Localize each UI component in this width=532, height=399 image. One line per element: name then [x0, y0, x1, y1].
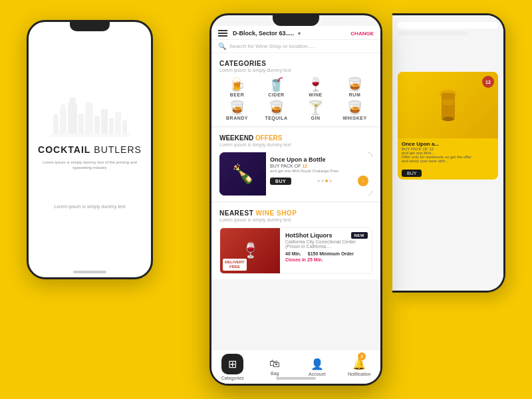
partial-content: 12 Once Upon a... BUY PACK OF 12 and get…	[392, 15, 503, 291]
brand-subtitle: Lorem ipsum is simply dummy text of the …	[29, 160, 151, 171]
brandy-label: BRANDY	[226, 116, 248, 120]
app-body[interactable]: CATEGORIES Lorem ipsum is simply dummy t…	[211, 53, 380, 349]
nav-categories[interactable]: ⊞ Categories	[211, 350, 254, 384]
buy-button[interactable]: BUY	[270, 178, 291, 185]
offers-subtitle: Lorem ipsum is simply dummy text	[219, 142, 372, 147]
offer-card[interactable]: 🍾 Once Upon a Bottle BUY PACK OF 12 and …	[219, 152, 372, 196]
partial-badge-12: 12	[482, 76, 494, 88]
category-tequila[interactable]: 🥃 TEQUILA	[259, 101, 294, 120]
offer-dots	[317, 180, 332, 182]
notch-main	[273, 15, 319, 26]
svg-rect-12	[101, 109, 108, 137]
svg-rect-8	[78, 114, 84, 137]
category-cider[interactable]: 🥤 CIDER	[259, 78, 294, 97]
partial-phone: 12 Once Upon a... BUY PACK OF 12 and get…	[392, 13, 505, 293]
category-beer[interactable]: 🍺 BEER	[219, 78, 255, 97]
hamburger-menu[interactable]	[218, 30, 227, 37]
offer-title: Once Upon a Bottle	[270, 156, 368, 163]
gin-icon: 🍸	[307, 101, 324, 114]
svg-rect-1	[54, 114, 58, 117]
wine-shop-title: NEAREST WINE SHOP	[219, 209, 372, 217]
city-illustration	[50, 90, 130, 137]
categories-title: CATEGORIES	[219, 60, 372, 67]
offer-image: 🍾	[219, 152, 266, 196]
brand-title: COCKTAIL BUTLERS	[38, 145, 142, 155]
whiskey-icon: 🥃	[346, 101, 363, 114]
footer-text: Lorem ipsum is simply dummy text	[54, 204, 125, 209]
wine-icon: 🍷	[307, 78, 324, 91]
rum-icon: 🥃	[346, 78, 363, 91]
category-brandy[interactable]: 🥃 BRANDY	[219, 101, 255, 120]
search-icon: 🔍	[218, 43, 226, 50]
category-whiskey[interactable]: 🥃 WHISKEY	[337, 101, 372, 120]
dot-4	[329, 180, 332, 182]
notification-nav-label: Notification	[348, 372, 371, 376]
svg-rect-5	[68, 104, 77, 137]
nav-notification[interactable]: 🔔 3 Notification	[338, 350, 381, 384]
svg-rect-7	[70, 97, 75, 100]
dot-1	[317, 180, 320, 182]
svg-rect-9	[85, 107, 93, 137]
categories-subtitle: Lorem ipsum is simply dummy text	[219, 68, 372, 72]
svg-rect-16	[50, 134, 130, 137]
wine-shop-section: NEAREST WINE SHOP Lorem ipsum is simply …	[211, 203, 380, 279]
location-label: D-Block, Sector 63.....	[233, 30, 294, 37]
top-bar: D-Block, Sector 63..... ▾ CHANGE	[211, 26, 380, 40]
shop-image: 🍷 DELIVERYFREE	[220, 228, 280, 273]
offer-buy-row: BUY ›	[270, 176, 368, 186]
brandy-icon: 🥃	[229, 101, 245, 114]
dot-3	[325, 180, 328, 182]
notch-left	[70, 22, 110, 31]
new-badge: NEW	[351, 232, 368, 239]
offers-title: WEEKEND OFFERS	[219, 134, 372, 142]
shop-card[interactable]: 🍷 DELIVERYFREE HotShot Liquors Californi…	[219, 227, 372, 274]
cider-icon: 🥤	[268, 78, 285, 91]
categories-nav-icon: ⊞	[228, 358, 237, 370]
categories-section: CATEGORIES Lorem ipsum is simply dummy t…	[211, 53, 380, 126]
svg-rect-14	[115, 112, 121, 137]
bag-nav-icon: 🛍	[269, 358, 280, 370]
whiskey-label: WHISKEY	[342, 116, 366, 120]
change-button[interactable]: CHANGE	[350, 31, 374, 37]
min-order: $150 Minimum Order	[308, 251, 354, 256]
gin-label: GIN	[311, 116, 321, 120]
svg-rect-3	[61, 107, 66, 110]
offer-pack: BUY PACK OF 12	[270, 164, 368, 168]
svg-rect-18	[442, 93, 455, 121]
partial-buy-btn[interactable]: BUY	[402, 170, 422, 177]
rum-label: RUM	[349, 92, 360, 97]
beer-icon: 🍺	[229, 78, 245, 91]
partial-offer-text: Once Upon a... BUY PACK OF 12 and get on…	[398, 138, 498, 166]
svg-rect-6	[69, 100, 76, 104]
wine-shop-subtitle: Lorem ipsum is simply dummy text	[219, 217, 372, 222]
svg-point-20	[442, 117, 454, 122]
delivery-time: 40 Min.	[285, 251, 301, 256]
category-rum[interactable]: 🥃 RUM	[337, 78, 372, 97]
categories-nav-label: Categories	[221, 376, 244, 380]
offers-section: WEEKEND OFFERS Lorem ipsum is simply dum…	[211, 128, 380, 201]
splash-phone: COCKTAIL BUTLERS Lorem ipsum is simply d…	[27, 20, 153, 279]
cider-label: CIDER	[268, 92, 284, 97]
home-indicator-main	[276, 377, 316, 380]
chevron-down-icon[interactable]: ▾	[298, 31, 301, 37]
tequila-label: TEQUILA	[265, 116, 287, 120]
shop-meta: 40 Min. $150 Minimum Order	[285, 251, 366, 256]
categories-grid: 🍺 BEER 🥤 CIDER 🍷 WINE 🥃 RUM	[219, 78, 372, 120]
svg-rect-4	[61, 104, 65, 107]
search-input[interactable]: Search for Wine Shop or location.....	[229, 43, 374, 49]
category-wine[interactable]: 🍷 WINE	[298, 78, 333, 97]
wine-label: WINE	[309, 92, 322, 97]
next-offer-button[interactable]: ›	[358, 176, 368, 186]
nav-icon-wrap-categories: ⊞	[221, 354, 243, 374]
bag-nav-label: Bag	[271, 371, 279, 376]
account-nav-label: Account	[309, 372, 325, 376]
main-phone: D-Block, Sector 63..... ▾ CHANGE 🔍 Searc…	[209, 13, 382, 386]
account-nav-icon: 👤	[311, 358, 324, 370]
shop-address: California City Correctional Center (Pri…	[285, 239, 366, 249]
dot-2	[321, 180, 324, 182]
app-content: D-Block, Sector 63..... ▾ CHANGE 🔍 Searc…	[211, 26, 380, 384]
offer-free-text: and get one Mini Royal Chalange Free	[270, 169, 368, 173]
svg-rect-2	[60, 110, 66, 137]
notification-badge: 3	[358, 352, 366, 360]
category-gin[interactable]: 🍸 GIN	[298, 101, 333, 120]
